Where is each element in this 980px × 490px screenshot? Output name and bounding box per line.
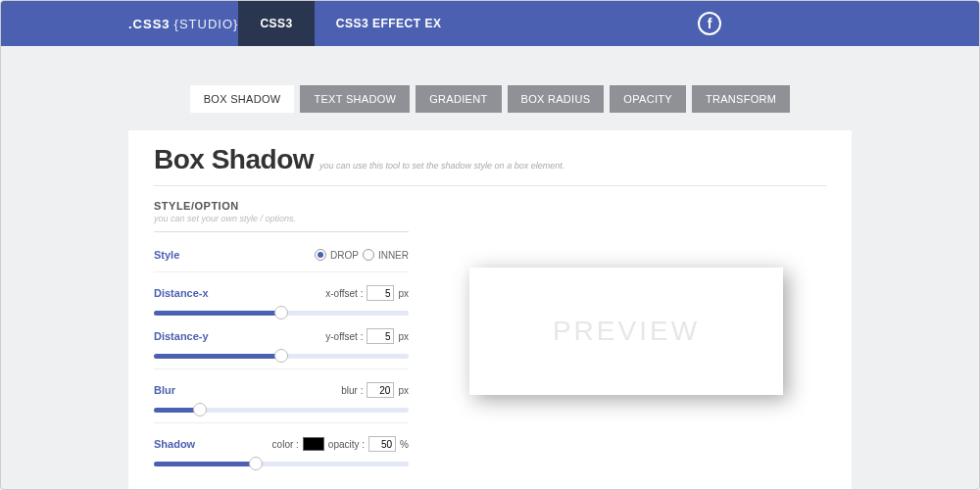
option-label: Blur	[154, 384, 175, 396]
blur-slider[interactable]	[154, 405, 409, 415]
unit: %	[400, 439, 409, 450]
preview-label: PREVIEW	[553, 316, 700, 347]
opacity-label: opacity :	[328, 439, 365, 450]
tab-opacity[interactable]: OPACITY	[610, 85, 686, 113]
tab-box-radius[interactable]: BOX RADIUS	[508, 85, 605, 113]
divider	[154, 271, 409, 272]
field-label: blur :	[341, 385, 363, 396]
tab-text-shadow[interactable]: TEXT SHADOW	[300, 85, 410, 113]
tab-gradient[interactable]: GRADIENT	[416, 85, 501, 113]
option-blur: Blur blur : px	[154, 379, 409, 415]
radio-drop-label: DROP	[330, 250, 359, 261]
option-distance-x: Distance-x x-offset : px	[154, 282, 409, 318]
field-label: y-offset :	[325, 331, 363, 342]
page-subtitle: you can use this tool to set the shadow …	[319, 161, 564, 171]
nav-label: CSS3 EFFECT EX	[336, 17, 442, 30]
option-label: Distance-y	[154, 330, 209, 342]
section-heading: STYLE/OPTION you can set your own style …	[154, 200, 409, 232]
option-label: Distance-x	[154, 287, 209, 299]
logo-suffix: {STUDIO}	[174, 17, 239, 31]
tool-tabs: BOX SHADOW TEXT SHADOW GRADIENT BOX RADI…	[1, 85, 979, 113]
preview-box: PREVIEW	[469, 268, 783, 395]
style-radios: DROP INNER	[315, 249, 409, 261]
section-title: STYLE/OPTION	[154, 200, 409, 212]
opacity-input[interactable]	[368, 436, 396, 452]
radio-inner[interactable]	[363, 249, 374, 261]
top-navbar: .CSS3 {STUDIO} CSS3 CSS3 EFFECT EX f	[1, 1, 979, 46]
unit: px	[398, 385, 409, 396]
unit: px	[398, 331, 409, 342]
distance-y-input[interactable]	[367, 328, 394, 344]
divider	[154, 368, 409, 369]
nav-css3-effect-ex[interactable]: CSS3 EFFECT EX	[315, 1, 464, 46]
distance-y-slider[interactable]	[154, 351, 409, 361]
page-heading: Box Shadow you can use this tool to set …	[154, 144, 826, 186]
distance-x-input[interactable]	[367, 285, 394, 301]
nav-label: CSS3	[260, 17, 292, 30]
logo[interactable]: .CSS3 {STUDIO}	[128, 17, 238, 31]
radio-inner-label: INNER	[378, 250, 409, 261]
slider-thumb[interactable]	[274, 349, 288, 363]
unit: px	[398, 288, 409, 299]
slider-thumb[interactable]	[193, 403, 207, 416]
page-title: Box Shadow	[154, 144, 314, 175]
tab-box-shadow[interactable]: BOX SHADOW	[190, 85, 295, 113]
radio-drop[interactable]	[315, 249, 326, 261]
slider-thumb[interactable]	[274, 306, 288, 319]
section-subtitle: you can set your own style / options.	[154, 214, 409, 223]
color-swatch[interactable]	[303, 437, 324, 451]
option-style: Style DROP INNER	[154, 244, 409, 266]
tab-transform[interactable]: TRANSFORM	[692, 85, 790, 113]
content-card: Box Shadow you can use this tool to set …	[128, 130, 852, 490]
option-distance-y: Distance-y y-offset : px	[154, 325, 409, 361]
nav-css3[interactable]: CSS3	[238, 1, 314, 46]
option-shadow: Shadow color : opacity : %	[154, 433, 409, 468]
option-label: Shadow	[154, 438, 195, 450]
color-label: color :	[272, 439, 299, 450]
distance-x-slider[interactable]	[154, 308, 409, 318]
blur-input[interactable]	[367, 382, 394, 398]
field-label: x-offset :	[325, 288, 363, 299]
shadow-slider[interactable]	[154, 459, 409, 468]
option-label-style: Style	[154, 249, 179, 261]
logo-prefix: .CSS3	[128, 17, 171, 31]
facebook-icon[interactable]: f	[698, 12, 721, 35]
divider	[154, 422, 409, 423]
slider-thumb[interactable]	[249, 457, 263, 470]
